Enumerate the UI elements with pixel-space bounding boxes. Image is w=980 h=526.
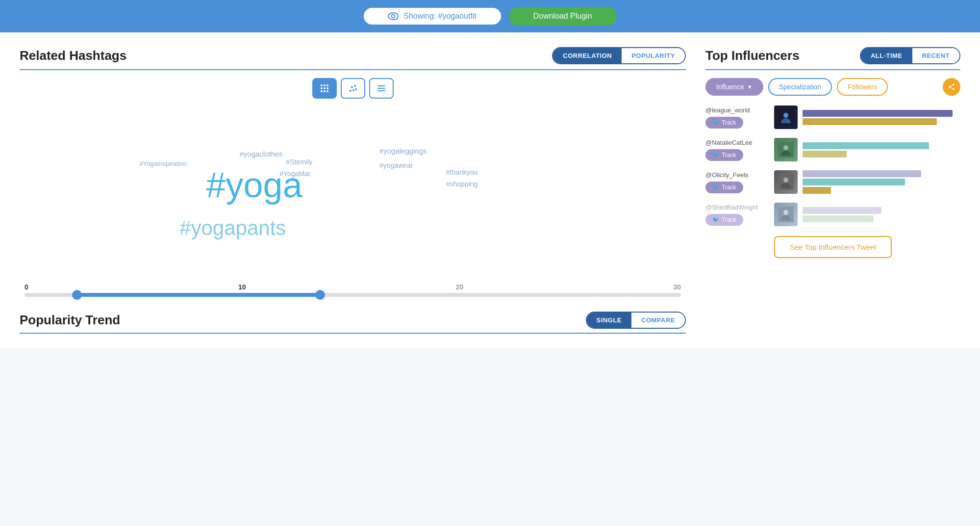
- hashtag-thankyou[interactable]: #thankyou: [446, 168, 478, 176]
- slider-mid-label: 10: [238, 283, 246, 291]
- influencer-info-olicity: @Olicity_Feels 🐦 Track: [705, 171, 769, 193]
- bar-natalie-2: [803, 151, 847, 158]
- all-time-toggle[interactable]: ALL-TIME: [861, 48, 912, 63]
- influencer-info-natalie: @NatalieCatLee 🐦 Track: [705, 139, 769, 161]
- track-label-league: Track: [722, 119, 736, 126]
- see-tweet-button[interactable]: See Top Influencers Tweet: [774, 236, 892, 258]
- slider-left-thumb[interactable]: [72, 290, 82, 300]
- influence-filter-button[interactable]: Influence ▼: [705, 78, 763, 96]
- avatar-natalie: [774, 138, 798, 161]
- svg-line-22: [951, 85, 953, 86]
- view-controls: [20, 78, 686, 99]
- influencer-row-league: @league_world 🐦 Track: [705, 105, 960, 129]
- influencer-row-olicity: @Olicity_Feels 🐦 Track: [705, 170, 960, 194]
- twitter-icon-olicity: 🐦: [712, 184, 719, 190]
- bar-natalie-1: [803, 142, 929, 149]
- svg-point-20: [949, 86, 951, 88]
- hashtag-shopping[interactable]: #shopping: [446, 180, 478, 188]
- twitter-icon-natalie: 🐦: [712, 152, 719, 158]
- hashtag-yogamat[interactable]: #YogaMat: [279, 170, 310, 178]
- svg-point-13: [354, 85, 356, 87]
- svg-rect-16: [377, 85, 385, 86]
- svg-point-6: [324, 87, 326, 89]
- top-influencers-title: Top Influencers: [705, 48, 800, 63]
- dropdown-icon: ▼: [747, 84, 753, 90]
- hashtag-yogapants[interactable]: #yogapants: [179, 216, 286, 240]
- influencers-header: Top Influencers ALL-TIME RECENT: [705, 47, 960, 70]
- filter-row: Influence ▼ Specialization Followers: [705, 78, 960, 96]
- followers-filter-button[interactable]: Followers: [837, 78, 888, 96]
- bars-shed: [803, 207, 960, 222]
- share-icon: [948, 83, 955, 91]
- bar-olicity-2: [803, 179, 905, 185]
- bars-league: [803, 110, 960, 125]
- hashtag-yogaleggings[interactable]: #yogaleggings: [379, 147, 427, 155]
- track-button-olicity[interactable]: 🐦 Track: [705, 182, 743, 193]
- slider-labels: 0 10 20 30: [20, 283, 686, 291]
- avatar-league: [774, 105, 798, 129]
- top-bar: Showing: #yogaoutfit Download Plugin: [0, 0, 980, 32]
- svg-point-7: [327, 87, 328, 89]
- svg-point-29: [783, 178, 788, 183]
- svg-point-10: [327, 90, 328, 92]
- followers-label: Followers: [848, 83, 877, 91]
- list-view-button[interactable]: [369, 78, 394, 99]
- svg-point-15: [352, 89, 354, 91]
- influence-label: Influence: [716, 83, 744, 91]
- svg-point-14: [355, 88, 357, 90]
- trend-header: Popularity Trend SINGLE COMPARE: [20, 312, 686, 334]
- hashtag-yogainspiration[interactable]: #YogaInspiration: [140, 160, 187, 167]
- bar-shed-2: [803, 215, 874, 222]
- scatter-icon: [348, 83, 358, 93]
- svg-line-23: [951, 87, 953, 89]
- hashtag-yogaclothes[interactable]: #yogaclothes: [239, 150, 282, 158]
- right-panel: Top Influencers ALL-TIME RECENT Influenc…: [705, 47, 960, 334]
- hashtag-stemily[interactable]: #Stemily: [286, 158, 313, 166]
- slider-mid2-label: 20: [456, 283, 464, 291]
- compare-toggle[interactable]: COMPARE: [631, 313, 685, 328]
- track-button-natalie[interactable]: 🐦 Track: [705, 149, 743, 161]
- track-label-natalie: Track: [722, 152, 736, 158]
- track-button-shed[interactable]: 🐦 Track: [705, 214, 743, 226]
- showing-label: Showing: #yogaoutfit: [403, 12, 477, 21]
- svg-point-5: [321, 87, 323, 89]
- svg-point-4: [327, 84, 328, 86]
- svg-point-12: [351, 86, 353, 88]
- svg-point-1: [392, 15, 395, 18]
- download-plugin-button[interactable]: Download Plugin: [509, 7, 617, 26]
- hashtags-toggle-group: CORRELATION POPULARITY: [552, 47, 686, 64]
- bar-league-2: [803, 118, 937, 125]
- svg-point-0: [388, 13, 398, 20]
- svg-point-27: [783, 145, 788, 150]
- svg-point-8: [321, 90, 323, 92]
- influencer-row-shed: @ShedBadWeight 🐦 Track: [705, 203, 960, 226]
- svg-point-9: [324, 90, 326, 92]
- recent-toggle[interactable]: RECENT: [912, 48, 959, 63]
- time-toggle-group: ALL-TIME RECENT: [860, 47, 960, 64]
- related-hashtags-title: Related Hashtags: [20, 48, 126, 63]
- track-button-league[interactable]: 🐦 Track: [705, 117, 743, 129]
- influencer-handle-league: @league_world: [705, 106, 750, 114]
- svg-rect-18: [377, 90, 385, 91]
- slider-right-thumb[interactable]: [315, 290, 325, 300]
- avatar-shed: [774, 203, 798, 226]
- svg-point-11: [350, 90, 352, 92]
- specialization-filter-button[interactable]: Specialization: [768, 78, 832, 96]
- slider-track[interactable]: [25, 293, 681, 297]
- scatter-view-button[interactable]: [341, 78, 365, 99]
- influencer-info-shed: @ShedBadWeight 🐦 Track: [705, 204, 769, 226]
- twitter-icon-league: 🐦: [712, 119, 719, 126]
- showing-pill: Showing: #yogaoutfit: [364, 8, 501, 25]
- bar-olicity-3: [803, 187, 831, 194]
- grid-view-button[interactable]: [312, 78, 337, 99]
- single-toggle[interactable]: SINGLE: [587, 313, 631, 328]
- popularity-toggle[interactable]: POPULARITY: [622, 48, 685, 63]
- hashtag-yogawear[interactable]: #yogawear: [379, 161, 413, 169]
- avatar-olicity: [774, 170, 798, 194]
- track-label-olicity: Track: [722, 184, 736, 191]
- main-content: Related Hashtags CORRELATION POPULARITY: [0, 32, 980, 348]
- correlation-toggle[interactable]: CORRELATION: [553, 48, 622, 63]
- share-button[interactable]: [943, 78, 960, 96]
- svg-point-31: [783, 210, 788, 215]
- bars-olicity: [803, 170, 960, 194]
